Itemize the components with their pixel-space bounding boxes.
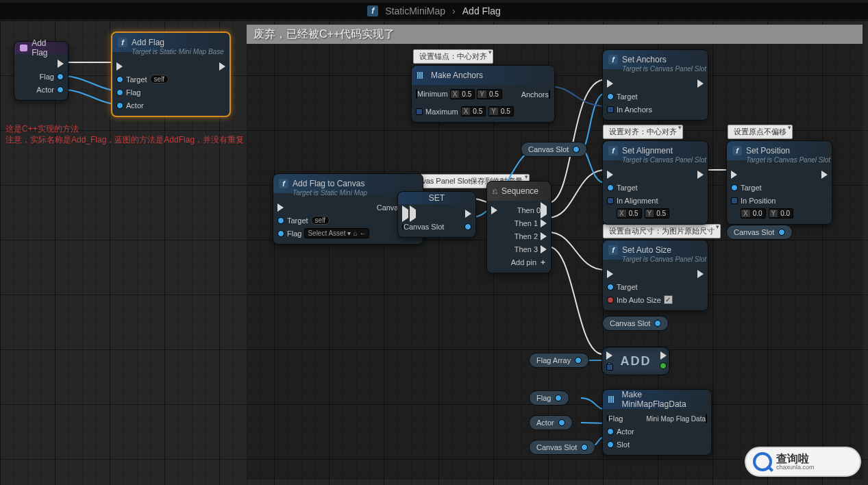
exec-in-pin[interactable] (606, 351, 612, 360)
pin-index-out[interactable] (660, 362, 667, 369)
node-make-anchors[interactable]: Make Anchors Minimum X0.5 Y0.5 Anchors M… (411, 65, 555, 123)
min-x-input[interactable]: X0.5 (450, 89, 475, 99)
pin-actor-in[interactable] (116, 102, 123, 109)
var-canvas-slot-pos[interactable]: Canvas Slot (726, 225, 793, 240)
comment-make-anchors[interactable]: 设置锚点：中心对齐▾ (413, 49, 493, 64)
banner-deprecated: 废弃，已经被C++代码实现了 (247, 25, 863, 44)
comment-set-auto-size[interactable]: 设置自动尺寸：为图片原始尺寸▾ (603, 224, 721, 238)
exec-out-pin[interactable] (821, 171, 828, 179)
exec-then0[interactable] (541, 202, 547, 219)
var-flag[interactable]: Flag (529, 390, 569, 406)
pin-target-in[interactable] (277, 217, 284, 224)
pin-actor-in[interactable] (607, 428, 614, 435)
node-set-anchors[interactable]: fSet Anchors Target is Canvas Panel Slot… (602, 49, 708, 121)
align-y-input[interactable]: Y0.5 (645, 208, 670, 219)
breadcrumb: f StaticMiniMap › Add Flag (0, 3, 868, 19)
node-set-alignment[interactable]: fSet Alignment Target is Canvas Panel Sl… (602, 140, 708, 225)
close-icon[interactable]: ▾ (788, 124, 791, 131)
align-x-input[interactable]: X0.5 (617, 208, 642, 219)
pin-autosize-in[interactable] (607, 297, 614, 303)
exec-then2[interactable] (541, 232, 547, 240)
pin-target-in[interactable] (607, 93, 614, 100)
asset-selector[interactable]: Select Asset▾ ⌂ ← (304, 228, 369, 238)
pin-var-out[interactable] (464, 223, 471, 230)
close-icon[interactable]: ▾ (488, 49, 492, 55)
exec-out-pin[interactable] (697, 79, 704, 88)
checkbox-autosize[interactable]: ✓ (664, 295, 673, 304)
pin-item-in[interactable] (606, 364, 613, 371)
exec-out-pin[interactable] (465, 210, 471, 218)
close-icon[interactable]: ▾ (678, 124, 682, 131)
exec-then3[interactable] (541, 245, 547, 253)
add-pin-label[interactable]: Add pin (511, 258, 536, 266)
exec-in-pin[interactable] (402, 206, 408, 222)
pin-flag-in[interactable] (277, 230, 284, 237)
pin-out[interactable] (581, 444, 588, 451)
pin-in-position[interactable] (731, 197, 738, 204)
pin-flag-in[interactable] (116, 89, 123, 96)
comment-set-alignment[interactable]: 设置对齐：中心对齐▾ (603, 125, 683, 139)
pin-slot-in[interactable] (607, 441, 614, 448)
pin-out[interactable] (654, 320, 661, 327)
pin-in-alignment[interactable] (607, 197, 614, 204)
exec-out-pin[interactable] (697, 270, 704, 278)
pin-anchors-out[interactable] (549, 90, 550, 99)
close-icon[interactable]: ▾ (525, 173, 528, 180)
node-function-entry[interactable]: Add Flag Flag Actor (14, 41, 69, 101)
pin-target-in[interactable] (731, 184, 738, 191)
exec-in-pin2[interactable] (410, 206, 416, 222)
browse-icon[interactable]: ⌂ (353, 229, 357, 237)
node-title: Add Flag to Canvas (293, 179, 364, 188)
node-sequence[interactable]: ⎌Sequence Then 0 Then 1 Then 2 Then 3 Ad… (486, 181, 551, 273)
pin-max-in[interactable] (416, 108, 423, 115)
node-set[interactable]: SET Canvas Slot (397, 191, 476, 238)
exec-out-pin[interactable] (58, 60, 64, 68)
exec-in-pin[interactable] (116, 62, 123, 71)
exec-in-pin[interactable] (607, 79, 613, 88)
exec-then1[interactable] (541, 219, 547, 227)
exec-out-pin[interactable] (697, 171, 704, 179)
comment-set-position[interactable]: 设置原点不偏移▾ (728, 125, 793, 139)
exec-in-pin[interactable] (607, 171, 613, 179)
pin-out[interactable] (573, 146, 580, 153)
var-canvas-slot-bottom[interactable]: Canvas Slot (529, 440, 595, 455)
node-make-minimap-flag-data[interactable]: Make MiniMapFlagData Flag Mini Map Flag … (602, 389, 712, 456)
exec-out-pin[interactable] (660, 351, 667, 360)
close-icon[interactable]: ▾ (716, 223, 719, 230)
node-set-position[interactable]: fSet Position Target is Canvas Panel Slo… (726, 140, 832, 225)
pin-actor-out[interactable] (57, 86, 64, 93)
breadcrumb-parent[interactable]: StaticMiniMap (385, 5, 445, 16)
exec-out-pin[interactable] (219, 62, 225, 71)
exec-in-pin[interactable] (491, 206, 497, 214)
min-y-input[interactable]: Y0.5 (477, 89, 502, 99)
struct-icon (417, 72, 427, 79)
plus-icon[interactable]: ＋ (539, 257, 547, 267)
exec-in-pin[interactable] (731, 171, 737, 179)
exec-in-pin[interactable] (277, 203, 284, 212)
var-canvas-slot-auto[interactable]: Canvas Slot (602, 316, 669, 331)
var-actor[interactable]: Actor (529, 415, 573, 430)
node-array-add[interactable]: ADD (602, 347, 670, 375)
var-flag-array[interactable]: Flag Array (529, 353, 589, 368)
use-icon[interactable]: ← (359, 229, 366, 237)
var-canvas-slot[interactable]: Canvas Slot (521, 142, 587, 157)
pos-x-input[interactable]: X0.0 (741, 208, 766, 219)
pin-out[interactable] (555, 395, 562, 401)
node-subtitle: Target is Canvas Panel Slot (727, 156, 832, 165)
pin-in-anchors[interactable] (607, 106, 614, 113)
pin-target-in[interactable] (607, 184, 614, 191)
max-x-input[interactable]: X0.5 (461, 106, 486, 116)
pin-target-in[interactable] (116, 76, 123, 83)
pin-out[interactable] (778, 229, 785, 236)
pin-out[interactable] (575, 357, 582, 364)
node-add-flag[interactable]: f Add Flag Target is Static Mini Map Bas… (111, 32, 231, 117)
pin-flag-out[interactable] (57, 73, 64, 80)
exec-in-pin[interactable] (607, 270, 613, 278)
pin-out[interactable] (558, 419, 565, 426)
node-set-auto-size[interactable]: fSet Auto Size Target is Canvas Panel Sl… (602, 240, 708, 311)
pin-flagdata-out[interactable] (706, 414, 707, 423)
pin-target-in[interactable] (607, 284, 614, 290)
max-y-input[interactable]: Y0.5 (488, 106, 514, 116)
pos-y-input[interactable]: Y0.0 (769, 208, 794, 219)
pin-label: Actor (36, 86, 54, 94)
